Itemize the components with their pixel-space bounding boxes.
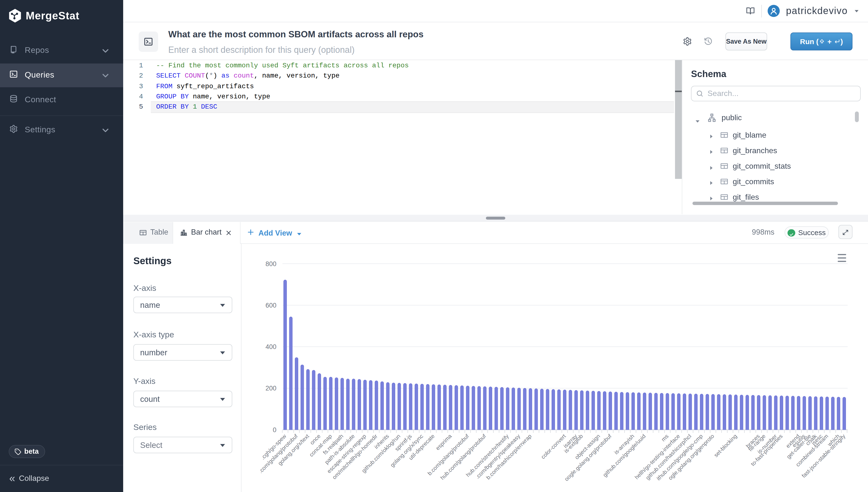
svg-text:github.com/hashicorp/hcl: github.com/hashicorp/hcl xyxy=(645,433,693,481)
svg-text:0: 0 xyxy=(273,426,276,434)
svg-text:400: 400 xyxy=(265,343,276,350)
svg-text:800: 800 xyxy=(265,260,276,268)
svg-text:color-convert: color-convert xyxy=(540,433,567,460)
svg-text:200: 200 xyxy=(265,385,276,392)
svg-text:b.com/hashicorp/errwrap: b.com/hashicorp/errwrap xyxy=(485,433,533,481)
svg-text:600: 600 xyxy=(265,302,276,309)
svg-text:set-blocking: set-blocking xyxy=(713,433,738,458)
